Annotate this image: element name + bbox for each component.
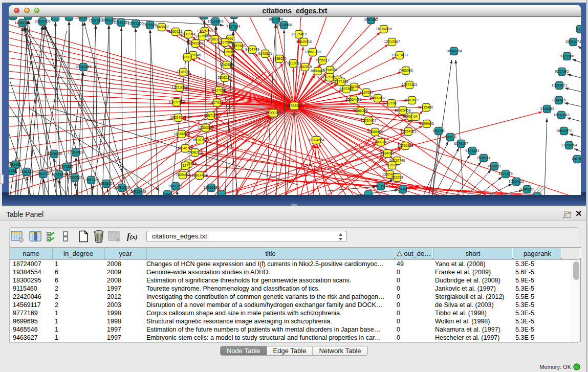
svg-text:17359928: 17359928 bbox=[68, 150, 83, 154]
svg-text:98901: 98901 bbox=[182, 55, 192, 59]
svg-text:7485063: 7485063 bbox=[399, 69, 412, 72]
svg-text:62160: 62160 bbox=[386, 101, 397, 105]
svg-text:10688609: 10688609 bbox=[367, 130, 383, 134]
svg-text:164095: 164095 bbox=[432, 129, 444, 133]
svg-text:2867608: 2867608 bbox=[231, 44, 245, 48]
svg-text:18724007: 18724007 bbox=[286, 104, 302, 107]
svg-text:16782759: 16782759 bbox=[114, 186, 129, 189]
svg-text:2718176: 2718176 bbox=[176, 70, 190, 74]
svg-text:6497568: 6497568 bbox=[339, 87, 353, 91]
svg-text:9327506: 9327506 bbox=[195, 34, 209, 38]
svg-text:11125419: 11125419 bbox=[291, 32, 307, 36]
svg-text:9242848: 9242848 bbox=[220, 63, 233, 67]
svg-text:12505135: 12505135 bbox=[67, 176, 82, 179]
svg-text:20691406: 20691406 bbox=[34, 19, 50, 23]
svg-text:17016504: 17016504 bbox=[561, 143, 577, 147]
svg-text:10671355: 10671355 bbox=[127, 21, 143, 25]
svg-text:10025458: 10025458 bbox=[395, 108, 410, 112]
svg-text:10654112: 10654112 bbox=[509, 180, 525, 183]
svg-text:18807249: 18807249 bbox=[373, 140, 388, 144]
svg-text:7632621: 7632621 bbox=[487, 164, 501, 168]
svg-text:1498222: 1498222 bbox=[188, 150, 202, 154]
svg-text:9975867: 9975867 bbox=[59, 165, 73, 168]
svg-text:14055724: 14055724 bbox=[14, 21, 30, 25]
svg-text:417004: 417004 bbox=[211, 101, 223, 104]
svg-text:127: 127 bbox=[182, 164, 188, 167]
svg-text:9115460: 9115460 bbox=[420, 105, 433, 109]
svg-text:10807487: 10807487 bbox=[369, 96, 385, 100]
svg-text:7986322: 7986322 bbox=[354, 109, 367, 113]
svg-text:9327508: 9327508 bbox=[218, 40, 232, 44]
svg-text:8813054: 8813054 bbox=[269, 17, 282, 21]
svg-text:15720407: 15720407 bbox=[360, 119, 376, 122]
svg-text:20053346: 20053346 bbox=[75, 65, 91, 69]
svg-text:1588520: 1588520 bbox=[272, 57, 286, 60]
svg-text:6379197: 6379197 bbox=[454, 142, 468, 145]
svg-text:1156829: 1156829 bbox=[20, 170, 34, 173]
svg-text:12975115: 12975115 bbox=[402, 83, 418, 86]
svg-text:832203: 832203 bbox=[287, 61, 299, 65]
svg-text:10046786: 10046786 bbox=[177, 146, 193, 150]
svg-text:7625402: 7625402 bbox=[176, 173, 189, 177]
svg-text:12093872: 12093872 bbox=[551, 83, 567, 87]
svg-text:8912954: 8912954 bbox=[181, 32, 195, 36]
svg-text:8454749: 8454749 bbox=[245, 48, 259, 51]
svg-text:1615132: 1615132 bbox=[385, 163, 399, 167]
svg-text:3675685: 3675685 bbox=[221, 50, 235, 54]
svg-text:252254: 252254 bbox=[391, 176, 403, 179]
svg-text:39154: 39154 bbox=[9, 169, 16, 172]
svg-text:20364436: 20364436 bbox=[345, 98, 361, 101]
svg-text:10107552: 10107552 bbox=[168, 100, 184, 104]
svg-text:2935114: 2935114 bbox=[477, 156, 491, 160]
svg-text:19654923: 19654923 bbox=[400, 129, 416, 133]
svg-text:9463627: 9463627 bbox=[405, 98, 419, 102]
svg-text:8427552: 8427552 bbox=[212, 89, 226, 92]
svg-text:1145194: 1145194 bbox=[52, 172, 66, 176]
svg-text:7663822: 7663822 bbox=[155, 25, 168, 29]
svg-text:17957225: 17957225 bbox=[83, 178, 99, 182]
svg-text:10973493: 10973493 bbox=[391, 53, 407, 57]
svg-text:9474444: 9474444 bbox=[465, 149, 479, 152]
svg-text:16914479: 16914479 bbox=[191, 173, 207, 177]
svg-text:16210643: 16210643 bbox=[553, 113, 569, 117]
svg-text:9146821: 9146821 bbox=[258, 52, 272, 55]
svg-text:9777169: 9777169 bbox=[334, 80, 348, 83]
svg-text:10958107: 10958107 bbox=[98, 182, 114, 185]
svg-text:18640910: 18640910 bbox=[296, 40, 312, 43]
svg-text:9699695: 9699695 bbox=[420, 122, 433, 125]
svg-text:8678352: 8678352 bbox=[193, 138, 207, 142]
svg-text:8660123: 8660123 bbox=[168, 30, 182, 33]
svg-text:8471676: 8471676 bbox=[498, 172, 512, 176]
svg-text:64: 64 bbox=[413, 115, 418, 118]
svg-text:12213369: 12213369 bbox=[171, 85, 187, 89]
svg-text:10961758: 10961758 bbox=[304, 50, 320, 54]
svg-text:16648784: 16648784 bbox=[446, 49, 462, 53]
svg-text:12923448: 12923448 bbox=[130, 190, 146, 193]
svg-text:19384554: 19384554 bbox=[308, 138, 324, 142]
svg-text:19218506: 19218506 bbox=[276, 23, 292, 27]
svg-text:2087682: 2087682 bbox=[364, 18, 378, 21]
svg-text:9684067: 9684067 bbox=[380, 151, 394, 155]
svg-text:7955812: 7955812 bbox=[315, 58, 329, 62]
svg-text:16154808: 16154808 bbox=[376, 27, 391, 31]
svg-text:10719155: 10719155 bbox=[113, 20, 129, 24]
svg-text:19654925: 19654925 bbox=[170, 116, 186, 119]
svg-text:2803144: 2803144 bbox=[217, 76, 231, 79]
svg-text:1112: 1112 bbox=[577, 27, 581, 31]
svg-text:10756928: 10756928 bbox=[397, 144, 413, 147]
svg-text:116753: 116753 bbox=[572, 157, 581, 161]
svg-text:7357224: 7357224 bbox=[226, 25, 240, 28]
svg-text:1733426: 1733426 bbox=[396, 187, 409, 191]
svg-text:9227342: 9227342 bbox=[555, 70, 569, 73]
svg-text:10543362: 10543362 bbox=[187, 41, 203, 45]
svg-text:12353594: 12353594 bbox=[198, 126, 213, 129]
svg-text:1362615: 1362615 bbox=[298, 65, 312, 69]
svg-text:9857791: 9857791 bbox=[168, 184, 182, 188]
svg-text:1244415: 1244415 bbox=[552, 98, 565, 102]
svg-text:9329966: 9329966 bbox=[560, 54, 574, 58]
svg-text:3624554: 3624554 bbox=[359, 91, 373, 94]
svg-text:964: 964 bbox=[164, 192, 170, 195]
svg-text:3267110: 3267110 bbox=[204, 114, 218, 117]
svg-text:19692971: 19692971 bbox=[556, 129, 572, 133]
svg-text:3215953: 3215953 bbox=[540, 107, 554, 111]
